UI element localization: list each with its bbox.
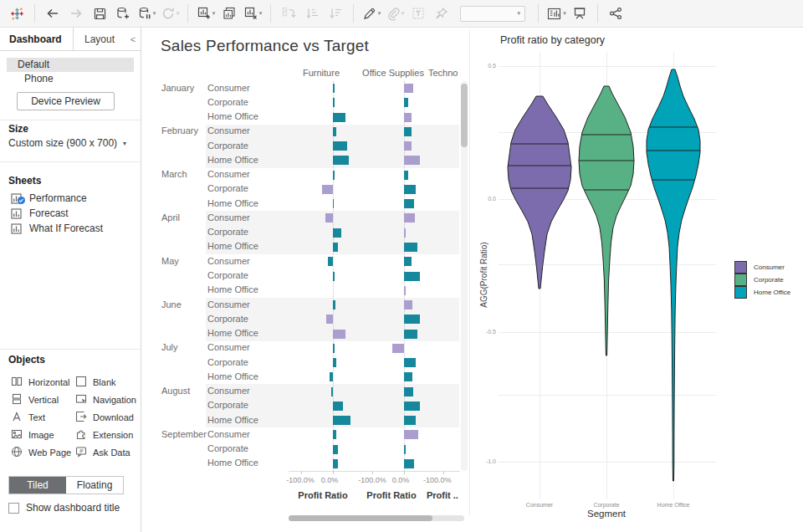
profit-bar-office-may-corporate[interactable] (404, 272, 420, 281)
profit-bar-office-august-corporate[interactable] (404, 402, 420, 411)
profit-bar-furniture-april-consumer[interactable] (325, 213, 333, 223)
profit-bar-furniture-january-corporate[interactable] (333, 98, 335, 107)
object-item-blank[interactable]: Blank (75, 373, 138, 391)
sheet-item-label: Performance (29, 192, 87, 204)
profit-bar-furniture-september-corporate[interactable] (333, 445, 338, 454)
profit-bar-furniture-february-corporate[interactable] (333, 141, 347, 151)
horizontal-scrollbar-thumb[interactable] (289, 515, 432, 521)
profit-bar-furniture-february-consumer[interactable] (333, 127, 336, 136)
profit-bar-office-august-home-office[interactable] (404, 416, 416, 425)
profit-bar-office-may-home-office[interactable] (404, 286, 406, 295)
size-dropdown[interactable]: Custom size (900 x 700) ▾ (8, 137, 126, 149)
profit-bar-furniture-september-home-office[interactable] (333, 459, 338, 468)
profit-bar-office-september-corporate[interactable] (404, 445, 406, 454)
profit-bar-office-july-home-office[interactable] (404, 372, 412, 381)
profit-bar-furniture-may-corporate[interactable] (333, 272, 335, 281)
profit-bar-office-march-corporate[interactable] (404, 185, 416, 194)
profit-bar-office-march-home-office[interactable] (404, 199, 414, 208)
show-cards-icon[interactable]: ▾ (546, 3, 566, 24)
share-icon[interactable] (606, 3, 626, 24)
violin-home-office[interactable] (647, 69, 700, 481)
profit-bar-office-july-consumer[interactable] (392, 344, 404, 353)
object-item-horizontal[interactable]: Horizontal (11, 373, 75, 391)
profit-bar-furniture-june-home-office[interactable] (333, 330, 345, 339)
profit-bar-furniture-january-consumer[interactable] (333, 84, 335, 93)
profit-bar-office-january-corporate[interactable] (404, 98, 408, 107)
profit-bar-furniture-july-home-office[interactable] (330, 372, 333, 381)
violin-corporate[interactable] (579, 86, 634, 356)
profit-bar-furniture-august-corporate[interactable] (333, 402, 343, 411)
profit-bar-furniture-january-home-office[interactable] (333, 113, 345, 122)
tab-dashboard[interactable]: Dashboard (0, 28, 74, 50)
profit-bar-office-april-corporate[interactable] (404, 228, 406, 238)
profit-bar-office-july-corporate[interactable] (404, 358, 416, 367)
legend-swatch-home-office[interactable] (734, 286, 747, 299)
profit-bar-furniture-march-consumer[interactable] (333, 171, 335, 180)
profit-bar-office-march-consumer[interactable] (404, 171, 408, 180)
collapse-pane-icon[interactable]: < (125, 28, 141, 50)
segment-label: Consumer (207, 429, 284, 439)
device-option-phone[interactable]: Phone (7, 72, 134, 86)
object-item-download[interactable]: Download (75, 408, 138, 426)
profit-bar-office-may-consumer[interactable] (404, 257, 412, 266)
show-dashboard-title-checkbox[interactable] (8, 503, 19, 514)
sheet-item-forecast[interactable]: Forecast (0, 206, 141, 221)
profit-bar-furniture-july-corporate[interactable] (333, 358, 336, 367)
profit-bar-office-september-home-office[interactable] (404, 459, 414, 468)
profit-bar-furniture-august-consumer[interactable] (331, 387, 333, 396)
profit-bar-furniture-march-corporate[interactable] (322, 185, 333, 194)
profit-bar-office-june-home-office[interactable] (404, 330, 417, 339)
duplicate-icon[interactable] (219, 3, 239, 24)
profit-bar-office-june-corporate[interactable] (404, 315, 420, 324)
new-data-source-icon[interactable] (113, 3, 133, 24)
tiled-button[interactable]: Tiled (9, 477, 66, 494)
tab-layout[interactable]: Layout (74, 28, 125, 50)
sheet-item-what-if-forecast[interactable]: What If Forecast (0, 221, 141, 236)
profit-bar-furniture-june-consumer[interactable] (333, 300, 335, 309)
sheet-item-performance[interactable]: Performance (0, 191, 141, 206)
profit-bar-office-september-consumer[interactable] (404, 430, 418, 439)
object-item-ask-data[interactable]: Ask Data (75, 443, 138, 461)
profit-bar-office-january-home-office[interactable] (404, 113, 412, 122)
profit-bar-office-january-consumer[interactable] (404, 84, 413, 93)
profit-bar-furniture-june-corporate[interactable] (326, 315, 333, 324)
pause-updates-icon[interactable]: ▾ (136, 3, 156, 24)
profit-bar-office-june-consumer[interactable] (404, 300, 412, 309)
undo-icon[interactable] (43, 3, 63, 24)
profit-bar-furniture-september-consumer[interactable] (333, 430, 336, 439)
profit-bar-furniture-february-home-office[interactable] (333, 156, 349, 165)
object-item-image[interactable]: Image (11, 426, 75, 443)
vertical-scrollbar-thumb[interactable] (461, 84, 468, 147)
object-item-extension[interactable]: Extension (75, 426, 138, 443)
profit-bar-furniture-april-corporate[interactable] (333, 228, 341, 238)
clear-sheet-icon[interactable]: ▾ (243, 3, 263, 24)
device-preview-button[interactable]: Device Preview (17, 92, 115, 110)
toolbar-fit-combobox[interactable]: ▾ (460, 6, 525, 22)
new-worksheet-icon[interactable]: ▾ (196, 3, 216, 24)
object-item-web-page[interactable]: Web Page (11, 443, 75, 461)
presentation-icon[interactable] (570, 3, 590, 24)
object-item-text[interactable]: Text (11, 408, 75, 426)
profit-bar-furniture-july-consumer[interactable] (333, 344, 335, 353)
floating-button[interactable]: Floating (66, 477, 123, 494)
legend-swatch-consumer[interactable] (734, 261, 747, 274)
device-option-default[interactable]: Default (7, 58, 134, 72)
object-item-vertical[interactable]: Vertical (11, 391, 75, 408)
profit-bar-office-february-corporate[interactable] (404, 141, 412, 151)
highlight-icon[interactable]: ▾ (361, 3, 381, 24)
object-item-navigation[interactable]: Navigation (75, 391, 138, 408)
violin-consumer[interactable] (508, 96, 571, 289)
profit-bar-furniture-may-consumer[interactable] (328, 257, 333, 266)
legend-swatch-corporate[interactable] (734, 274, 747, 286)
sheets-list: PerformanceForecastWhat If Forecast (0, 191, 141, 236)
profit-bar-furniture-august-home-office[interactable] (333, 416, 350, 425)
tableau-logo-icon[interactable] (7, 3, 27, 24)
profit-bar-furniture-april-home-office[interactable] (333, 243, 338, 252)
profit-bar-office-april-home-office[interactable] (404, 243, 417, 252)
profit-bar-office-august-consumer[interactable] (404, 387, 413, 396)
profit-bar-office-april-consumer[interactable] (404, 213, 415, 223)
profit-bar-office-february-consumer[interactable] (404, 127, 412, 136)
profit-bar-office-february-home-office[interactable] (404, 156, 420, 165)
save-icon[interactable] (90, 3, 110, 24)
profit-bar-furniture-march-home-office[interactable] (333, 199, 334, 208)
